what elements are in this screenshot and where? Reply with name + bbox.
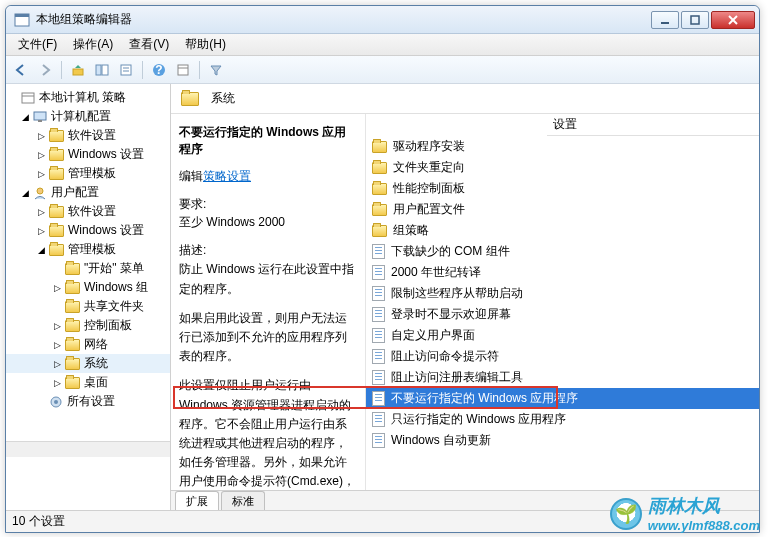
expand-icon[interactable]: ▷ [36,168,47,179]
tree-network[interactable]: ▷网络 [6,335,170,354]
tree-uc-windows[interactable]: ▷Windows 设置 [6,221,170,240]
expand-icon[interactable]: ▷ [52,358,63,369]
collapse-icon[interactable]: ◢ [20,187,31,198]
list-policy-item[interactable]: 登录时不显示欢迎屏幕 [366,304,759,325]
filter-button[interactable] [205,59,227,81]
folder-icon [372,225,387,237]
tree-windows-components[interactable]: ▷Windows 组 [6,278,170,297]
collapse-icon[interactable]: ◢ [36,244,47,255]
minimize-button[interactable] [651,11,679,29]
tree-user-config[interactable]: ◢用户配置 [6,183,170,202]
expander-spacer [52,263,63,274]
policy-setting-icon [372,370,385,385]
expand-icon[interactable]: ▷ [52,339,63,350]
settings-list[interactable]: 驱动程序安装文件夹重定向性能控制面板用户配置文件组策略下载缺少的 COM 组件2… [366,114,759,490]
list-policy-item[interactable]: 下载缺少的 COM 组件 [366,241,759,262]
list-folder-item[interactable]: 驱动程序安装 [366,136,759,157]
tree-control-panel[interactable]: ▷控制面板 [6,316,170,335]
tree-cc-admin[interactable]: ▷管理模板 [6,164,170,183]
tree-uc-admin[interactable]: ◢管理模板 [6,240,170,259]
expand-icon[interactable]: ▷ [36,225,47,236]
tree-label: 桌面 [84,374,108,391]
titlebar[interactable]: 本地组策略编辑器 [6,6,759,34]
tree-all-settings[interactable]: 所有设置 [6,392,170,411]
description-text-1: 防止 Windows 运行在此设置中指定的程序。 [179,260,357,298]
folder-icon [65,282,80,294]
list-policy-item[interactable]: 阻止访问注册表编辑工具 [366,367,759,388]
folder-icon [372,183,387,195]
tree-scrollbar-h[interactable] [6,441,170,457]
status-count: 10 个设置 [12,513,65,530]
help-button[interactable]: ? [148,59,170,81]
tree-label: 所有设置 [67,393,115,410]
tree-root[interactable]: 本地计算机 策略 [6,88,170,107]
edit-policy-line: 编辑策略设置 [179,168,357,185]
list-folder-item[interactable]: 性能控制面板 [366,178,759,199]
menu-file[interactable]: 文件(F) [10,34,65,55]
expander-spacer [36,396,47,407]
folder-icon [65,320,80,332]
list-policy-item[interactable]: 自定义用户界面 [366,325,759,346]
list-policy-item[interactable]: 阻止访问命令提示符 [366,346,759,367]
properties-button[interactable] [172,59,194,81]
show-hide-tree-button[interactable] [91,59,113,81]
menu-view[interactable]: 查看(V) [121,34,177,55]
settings-column-header[interactable]: 设置 [547,114,759,136]
tree-label: 软件设置 [68,203,116,220]
tree-label: 管理模板 [68,165,116,182]
description-text-3: 此设置仅阻止用户运行由 Windows 资源管理器进程启动的程序。它不会阻止用户… [179,376,357,490]
list-folder-item[interactable]: 组策略 [366,220,759,241]
column-header-label: 设置 [553,116,577,133]
svg-rect-7 [96,65,101,75]
list-folder-item[interactable]: 文件夹重定向 [366,157,759,178]
tree-shared-folders[interactable]: 共享文件夹 [6,297,170,316]
watermark-url: www.ylmf888.com [648,518,760,533]
right-panel-title: 系统 [211,90,235,107]
tree-label: 软件设置 [68,127,116,144]
tree-start-menu[interactable]: "开始" 菜单 [6,259,170,278]
maximize-button[interactable] [681,11,709,29]
edit-policy-link[interactable]: 策略设置 [203,169,251,183]
forward-button[interactable] [34,59,56,81]
export-list-button[interactable] [115,59,137,81]
folder-icon [49,130,64,142]
expand-icon[interactable]: ▷ [52,282,63,293]
tree-uc-software[interactable]: ▷软件设置 [6,202,170,221]
right-panel-body: 设置 不要运行指定的 Windows 应用程序 编辑策略设置 要求: 至少 Wi… [171,114,759,490]
close-button[interactable] [711,11,755,29]
tree-computer-config[interactable]: ◢计算机配置 [6,107,170,126]
expand-icon[interactable]: ▷ [36,130,47,141]
menu-action[interactable]: 操作(A) [65,34,121,55]
list-policy-item[interactable]: 只运行指定的 Windows 应用程序 [366,409,759,430]
tree-cc-windows[interactable]: ▷Windows 设置 [6,145,170,164]
tree-cc-software[interactable]: ▷软件设置 [6,126,170,145]
tree-system[interactable]: ▷系统 [6,354,170,373]
tree-panel[interactable]: 本地计算机 策略 ◢计算机配置 ▷软件设置 ▷Windows 设置 ▷管理模板 … [6,84,171,510]
expand-icon[interactable]: ▷ [36,206,47,217]
tab-extended[interactable]: 扩展 [175,491,219,510]
collapse-icon[interactable]: ◢ [20,111,31,122]
list-policy-item[interactable]: 限制这些程序从帮助启动 [366,283,759,304]
expand-icon[interactable]: ▷ [36,149,47,160]
up-button[interactable] [67,59,89,81]
expander-icon[interactable] [8,92,19,103]
list-folder-item[interactable]: 用户配置文件 [366,199,759,220]
list-item-label: 文件夹重定向 [393,159,465,176]
expand-icon[interactable]: ▷ [52,320,63,331]
back-button[interactable] [10,59,32,81]
list-policy-item[interactable]: Windows 自动更新 [366,430,759,451]
list-item-label: 下载缺少的 COM 组件 [391,243,510,260]
menu-help[interactable]: 帮助(H) [177,34,234,55]
expand-icon[interactable]: ▷ [52,377,63,388]
separator [61,61,62,79]
tree-desktop[interactable]: ▷桌面 [6,373,170,392]
list-item-label: 登录时不显示欢迎屏幕 [391,306,511,323]
tree-label: Windows 组 [84,279,148,296]
list-policy-item[interactable]: 不要运行指定的 Windows 应用程序 [366,388,759,409]
policy-setting-icon [372,307,385,322]
tab-standard[interactable]: 标准 [221,491,265,510]
detail-column: 不要运行指定的 Windows 应用程序 编辑策略设置 要求: 至少 Windo… [171,114,366,490]
list-policy-item[interactable]: 2000 年世纪转译 [366,262,759,283]
folder-icon [49,168,64,180]
policy-setting-icon [372,391,385,406]
